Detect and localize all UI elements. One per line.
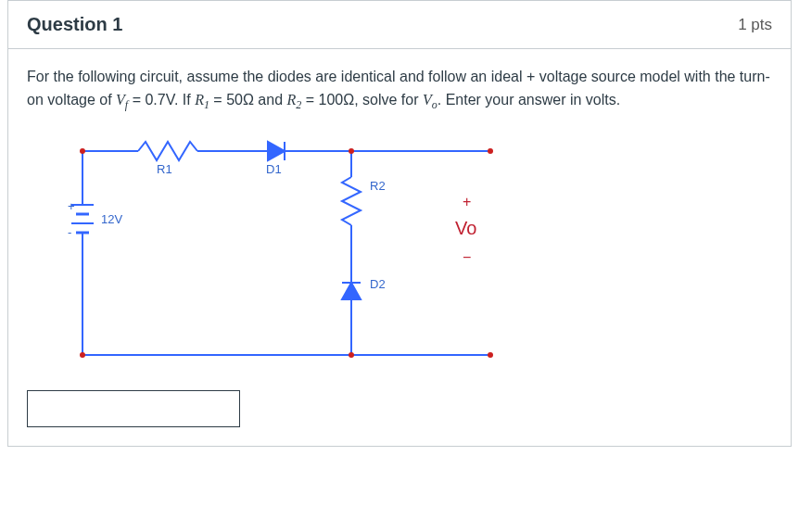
svg-point-2 — [488, 148, 493, 154]
vo-minus: − — [463, 249, 471, 265]
svg-point-5 — [488, 352, 493, 358]
r2-symbol: R — [286, 92, 296, 108]
answer-input[interactable] — [27, 390, 240, 427]
stem-eq2: = 50Ω and — [209, 92, 287, 108]
svg-point-4 — [349, 352, 354, 358]
r1-symbol: R — [195, 92, 204, 108]
source-label: 12V — [101, 212, 122, 226]
stem-eq3: = 100Ω — [301, 92, 354, 108]
stem-text-4: . Enter your answer in volts. — [438, 92, 620, 108]
circuit-svg: + - 12V R1 D1 R2 D2 + Vo − — [27, 133, 546, 374]
vo-output-label: Vo — [455, 218, 476, 238]
question-points: 1 pts — [738, 16, 772, 34]
svg-point-1 — [349, 148, 354, 154]
vo-plus: + — [463, 194, 471, 209]
question-header: Question 1 1 pts — [8, 1, 791, 49]
vf-symbol: V — [116, 92, 125, 108]
svg-text:-: - — [68, 225, 71, 239]
r2-label: R2 — [370, 179, 386, 193]
stem-eq1: = 0.7V — [128, 92, 174, 108]
svg-point-3 — [80, 352, 85, 358]
stem-text-2: . If — [174, 92, 195, 108]
stem-text-3: , solve for — [354, 92, 423, 108]
d2-label: D2 — [370, 277, 386, 291]
question-stem: For the following circuit, assume the di… — [27, 66, 772, 114]
svg-text:+: + — [68, 199, 75, 213]
r1-label: R1 — [157, 162, 172, 176]
question-card: Question 1 1 pts For the following circu… — [7, 0, 792, 447]
question-title: Question 1 — [27, 14, 122, 35]
vo-symbol: V — [423, 92, 432, 108]
d1-label: D1 — [266, 162, 282, 176]
question-body: For the following circuit, assume the di… — [8, 49, 791, 446]
svg-point-0 — [80, 148, 85, 154]
circuit-diagram: + - 12V R1 D1 R2 D2 + Vo − — [27, 133, 546, 374]
